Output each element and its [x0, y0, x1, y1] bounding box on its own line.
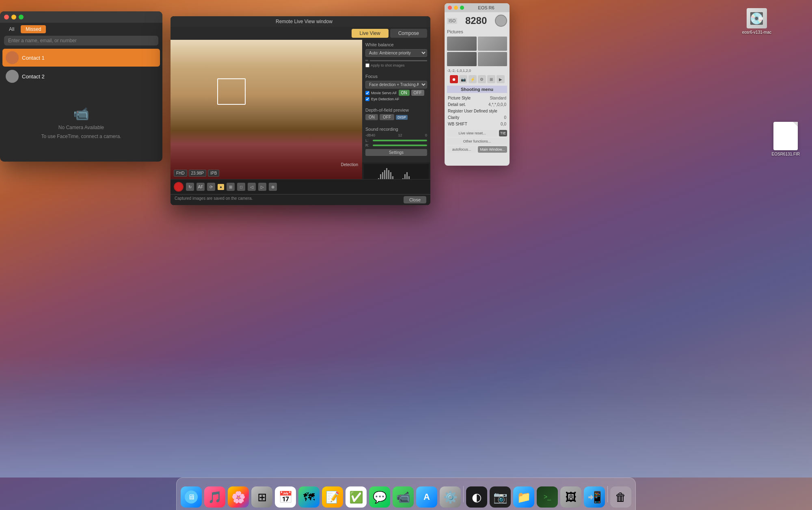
grid-icon[interactable]: ⊞ [227, 183, 235, 191]
eye-detect-row: Eye Detection AF [365, 97, 427, 101]
eos-play-icon[interactable]: ▶ [497, 75, 505, 83]
calendar-icon: 📅 [279, 491, 293, 504]
zoom-icon[interactable]: ⊕ [269, 183, 277, 191]
dock-facetime[interactable]: 📹 [393, 486, 414, 508]
camera-app-icon: 📷 [493, 491, 508, 504]
dock-notes[interactable]: 📝 [322, 486, 343, 508]
eos-thumb-4[interactable] [478, 52, 508, 66]
eos-number-row: -3,-2,-1,0,1,2,0 [447, 69, 507, 73]
eos-grid-icon[interactable]: ⊞ [487, 75, 495, 83]
level-0: 0 [425, 133, 427, 137]
eos-photo-icon[interactable]: 📷 [459, 75, 467, 83]
dof-on-btn[interactable]: ON [365, 114, 378, 120]
minimize-dot[interactable] [11, 15, 16, 19]
wb-select[interactable]: Auto: Ambience priority [365, 49, 427, 57]
disp-badge: DISP [396, 115, 408, 120]
eos-autofocus-area[interactable]: autofocus... [447, 146, 476, 153]
movie-servo-row: Movie Servo AF ON OFF [365, 90, 427, 96]
dock-maps[interactable]: 🗺 [298, 486, 320, 508]
eos-record-icon[interactable]: ⏺ [450, 75, 458, 83]
reset-icon[interactable]: ⟳ [207, 183, 215, 191]
darkroom-icon: ◐ [472, 491, 482, 504]
volume-icon: 💽 [747, 8, 767, 28]
dock-photos[interactable]: 🌸 [228, 486, 249, 508]
eos-min-dot[interactable] [454, 6, 458, 10]
no-camera-title: No Camera Available [58, 125, 104, 130]
eos-pictures-label: Pictures [447, 29, 507, 34]
eos-settings-icon[interactable]: ⚙ [478, 75, 486, 83]
eos-thumb-grid [447, 37, 507, 66]
movie-servo-check[interactable] [365, 91, 369, 95]
dock-darkroom[interactable]: ◐ [466, 486, 487, 508]
dof-off-btn[interactable]: OFF [380, 114, 394, 120]
dock-image-capture[interactable]: 📲 [584, 486, 605, 508]
eos-body: ISO 8280 Pictures -3,-2,-1,0,1,2,0 ⏺ � [445, 12, 510, 155]
record-button[interactable] [174, 182, 184, 192]
dock-image-viewer[interactable]: 🖼 [560, 486, 581, 508]
eos-thumb-3[interactable] [447, 52, 477, 66]
eos-menu-register: Register User Defined style [447, 108, 507, 114]
files-icon: 📁 [517, 491, 531, 504]
next-icon[interactable]: ▷ [258, 183, 266, 191]
eos-thumb-1[interactable] [447, 37, 477, 51]
tab-missed[interactable]: Missed [21, 25, 46, 33]
af-icon[interactable]: AF [197, 183, 205, 191]
eos-dial[interactable] [495, 15, 507, 27]
dock-music[interactable]: 🎵 [204, 486, 225, 508]
dock-system-settings[interactable]: ⚙️ [440, 486, 461, 508]
dock-appstore[interactable]: A [416, 486, 437, 508]
dock-trash[interactable]: 🗑 [610, 486, 631, 508]
sound-levels-header: -dB40 12 0 [365, 133, 427, 137]
eos-max-dot[interactable] [460, 6, 464, 10]
eos-flash-icon[interactable]: ⚡ [469, 75, 477, 83]
contact-item-2[interactable]: Contact 2 [2, 67, 160, 85]
dock-launchpad[interactable]: ⊞ [251, 486, 272, 508]
settings-icon: ⚙️ [443, 491, 458, 504]
sound-settings-btn[interactable]: Settings [365, 149, 427, 156]
servo-off-btn[interactable]: OFF [411, 90, 424, 96]
eye-detect-check[interactable] [365, 97, 369, 101]
wb-slider[interactable] [370, 60, 427, 61]
eos-controls-row: ⏺ 📷 ⚡ ⚙ ⊞ ▶ [447, 75, 507, 83]
detection-label: Detection [341, 162, 358, 167]
apply-to-shot-checkbox[interactable] [365, 63, 369, 67]
dock-iterm[interactable]: >_ [537, 486, 558, 508]
eos-bottom-btns: Live view reset... TIE Other functions..… [447, 130, 507, 153]
svg-rect-14 [392, 176, 393, 179]
dock-finder[interactable]: 🖥 [181, 486, 202, 508]
ds-label: Detail set. [448, 102, 466, 107]
desktop-mac-volume[interactable]: 💽 eosr6-v131-mac [742, 8, 771, 35]
white-balance-section: White balance Auto: Ambience priority ✏ … [362, 40, 430, 70]
eos-live-view-btn[interactable]: Live view reset... [447, 130, 497, 136]
dock-reminders[interactable]: ✅ [346, 486, 367, 508]
dock-messages[interactable]: 💬 [369, 486, 390, 508]
eye-detect-label: Eye Detection AF [371, 97, 400, 101]
tab-all[interactable]: All [4, 25, 19, 33]
eos-main-window-btn[interactable]: Main Window... [478, 146, 507, 153]
desktop-fir-file[interactable]: EOSR6131.FIR [772, 122, 800, 156]
tab-compose[interactable]: Compose [390, 29, 427, 38]
no-camera-icon: 📹 [73, 106, 89, 121]
prev-icon[interactable]: ◁ [248, 183, 256, 191]
focus-select[interactable]: Face detection + Tracking AF [365, 81, 427, 89]
close-dot[interactable] [4, 15, 9, 19]
wb-value: 0,0 [501, 122, 506, 126]
dock-calendar[interactable]: 📅 [275, 486, 296, 508]
dock-camera-app[interactable]: 📷 [490, 486, 511, 508]
wb-label: WB SHIFT [448, 122, 467, 126]
eos-close-dot[interactable] [448, 6, 452, 10]
ratio-icon[interactable]: □ [237, 183, 245, 191]
maximize-dot[interactable] [19, 15, 24, 19]
eos-live-btn-action[interactable]: TIE [499, 130, 507, 136]
tab-live-view[interactable]: Live View [352, 29, 389, 38]
eos-thumb-2[interactable] [478, 37, 508, 51]
footer-text: Captured images are saved on the camera. [175, 196, 253, 201]
contact-item-1[interactable]: Contact 1 [2, 49, 160, 67]
eos-other-functions[interactable]: Other functions... [447, 138, 507, 145]
dock-files[interactable]: 📁 [513, 486, 534, 508]
servo-on-btn[interactable]: ON [399, 90, 410, 96]
rotate-icon[interactable]: ↻ [186, 183, 194, 191]
facetime-icon: 📹 [396, 491, 410, 504]
close-button[interactable]: Close [404, 196, 426, 203]
launchpad-icon: ⊞ [257, 491, 267, 504]
